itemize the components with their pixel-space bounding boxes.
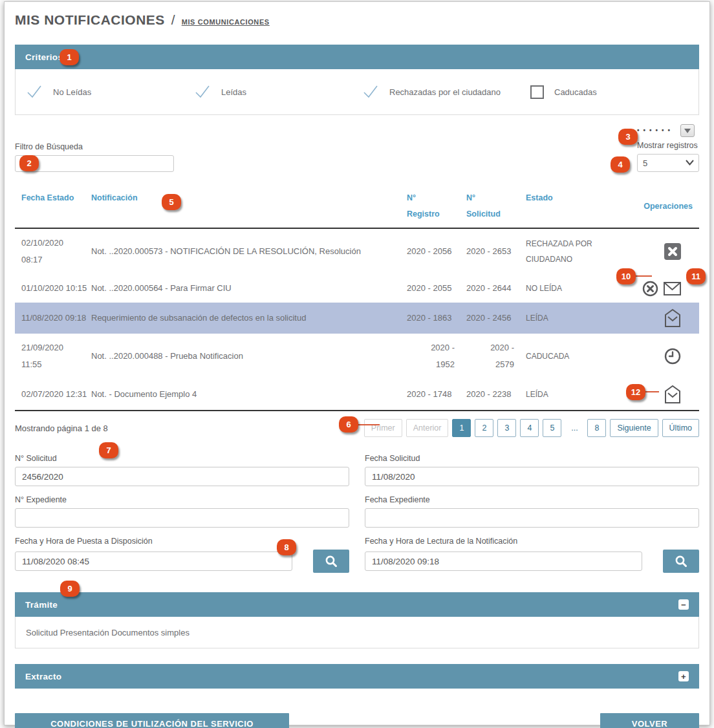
cell-estado: RECHAZADA POR CIUDADANO: [526, 236, 628, 267]
n-solicitud-label: N° Solicitud: [15, 454, 349, 463]
cell-estado: CADUCADA: [526, 348, 628, 364]
detail-form: N° Solicitud N° Expediente Fecha y Hora …: [15, 454, 699, 582]
tramite-value: Solicitud Presentación Documentos simple…: [26, 628, 189, 637]
mis-comunicaciones-link[interactable]: MIS COMUNICACIONES: [182, 18, 270, 26]
pagination-page-5[interactable]: 5: [543, 419, 561, 437]
fecha-solicitud-field[interactable]: [365, 467, 699, 486]
pagination-first-button[interactable]: Primer: [364, 419, 402, 437]
show-records-label: Mostrar registros: [637, 141, 698, 150]
search-disposicion-button[interactable]: [313, 550, 349, 573]
n-solicitud-field[interactable]: [15, 467, 349, 486]
filter-option-rechazadas[interactable]: Rechazadas por el ciudadano: [362, 84, 530, 100]
pagination-next-button[interactable]: Siguiente: [610, 419, 658, 437]
cell-registro: 2020 - 2055: [407, 280, 466, 297]
pagination-prev-button[interactable]: Anterior: [406, 419, 449, 437]
caret-down-icon[interactable]: [680, 124, 695, 137]
cell-notificacion: Not. - Documento Ejemplo 4: [91, 386, 407, 403]
collapse-minus-icon[interactable]: −: [678, 599, 689, 610]
tramite-header[interactable]: Trámite −: [15, 592, 699, 617]
cell-notificacion: Not. ..2020.000564 - Para Firmar CIU: [91, 280, 407, 297]
option-label: Leídas: [221, 87, 246, 97]
pagination-ellipsis: ...: [565, 419, 583, 437]
cell-registro: 2020 - 1952: [407, 339, 466, 373]
fecha-solicitud-label: Fecha Solicitud: [365, 454, 699, 463]
pagination-page-8[interactable]: 8: [587, 419, 606, 437]
n-expediente-field[interactable]: [15, 508, 349, 528]
filter-option-leidas[interactable]: Leídas: [194, 84, 362, 100]
callout-badge-10: 10: [616, 268, 636, 284]
cell-solicitud: 2020 - 2579: [466, 339, 526, 373]
criterios-title: Criterios: [25, 52, 63, 62]
pagination-page-4[interactable]: 4: [520, 419, 539, 437]
fecha-expediente-label: Fecha Expediente: [365, 495, 699, 504]
cell-solicitud: 2020 - 2653: [466, 243, 526, 260]
callout-line: [645, 391, 659, 392]
cell-fecha: 21/09/2020 11:55: [21, 339, 91, 373]
table-row[interactable]: 01/10/2020 10:15 Not. ..2020.000564 - Pa…: [15, 274, 699, 303]
filter-option-no-leidas[interactable]: No Leídas: [26, 84, 194, 100]
fecha-expediente-field[interactable]: [365, 508, 699, 528]
callout-badge-5: 5: [162, 194, 181, 210]
callout-badge-8: 8: [277, 539, 296, 555]
pagination-page-1[interactable]: 1: [452, 419, 471, 437]
conditions-button[interactable]: CONDICIONES DE UTILIZACIÓN DEL SERVICIO: [15, 713, 289, 728]
records-per-page-select[interactable]: 5: [637, 154, 699, 172]
pagination-page-3[interactable]: 3: [497, 419, 516, 437]
cell-solicitud: 2020 - 2456: [466, 310, 526, 327]
cell-notificacion: Not. ..2020.000573 - NOTIFICACIÓN DE LA …: [91, 243, 407, 260]
pagination-page-2[interactable]: 2: [475, 419, 493, 437]
reject-circle-x-icon[interactable]: [642, 281, 658, 297]
criterios-options: No Leídas Leídas Rechazadas por el ciuda…: [15, 69, 699, 115]
open-envelope-icon[interactable]: [664, 385, 681, 404]
check-icon: [26, 84, 43, 100]
table-row[interactable]: 02/10/2020 08:17 Not. ..2020.000573 - NO…: [15, 229, 699, 274]
cell-fecha: 01/10/2020 10:15: [21, 280, 91, 297]
callout-badge-12: 12: [626, 384, 645, 400]
volver-button[interactable]: VOLVER: [600, 713, 699, 728]
option-label: Rechazadas por el ciudadano: [389, 87, 501, 97]
callout-badge-4: 4: [611, 156, 630, 173]
callout-badge-7: 7: [99, 442, 118, 458]
fecha-puesta-disposicion-field[interactable]: [15, 551, 292, 571]
notifications-page: MIS NOTIFICACIONES / MIS COMUNICACIONES …: [0, 0, 714, 728]
callout-badge-2: 2: [19, 155, 39, 171]
callout-badge-1: 1: [60, 49, 79, 65]
search-lectura-button[interactable]: [663, 550, 699, 573]
clock-icon[interactable]: [664, 348, 681, 365]
n-expediente-label: N° Expediente: [15, 495, 349, 504]
criterios-header: Criterios: [15, 45, 699, 69]
cell-fecha: 02/07/2020 12:31: [21, 386, 91, 403]
bottom-actions: CONDICIONES DE UTILIZACIÓN DEL SERVICIO …: [15, 713, 699, 728]
tramite-content: Solicitud Presentación Documentos simple…: [15, 617, 699, 648]
callout-badge-6: 6: [339, 416, 358, 433]
extracto-header[interactable]: Extracto +: [15, 664, 699, 689]
closed-envelope-icon[interactable]: [664, 282, 681, 295]
cell-registro: 2020 - 2056: [407, 243, 466, 260]
callout-badge-3: 3: [618, 129, 638, 145]
title-separator: /: [171, 12, 175, 28]
pagination-last-button[interactable]: Último: [662, 419, 699, 437]
fecha-lectura-field[interactable]: [365, 551, 642, 571]
cell-notificacion: Not. ..2020.000488 - Prueba Notificacion: [91, 348, 407, 365]
pagination-summary: Mostrando página 1 de 8: [15, 423, 108, 433]
cell-fecha: 11/08/2020 09:18: [21, 310, 91, 327]
checkbox-empty[interactable]: [530, 85, 544, 99]
cell-estado: LEÍDA: [526, 387, 628, 402]
cell-fecha: 02/10/2020 08:17: [21, 235, 91, 268]
cell-solicitud: 2020 - 2644: [466, 280, 526, 297]
table-row-selected[interactable]: 11/08/2020 09:18 Requerimiento de subsan…: [15, 303, 699, 334]
check-icon: [194, 84, 211, 100]
magnifier-icon: [325, 555, 338, 568]
magnifier-icon: [675, 555, 687, 568]
open-envelope-icon[interactable]: [664, 308, 681, 328]
rejected-square-x-icon[interactable]: [664, 243, 681, 260]
extracto-title: Extracto: [25, 672, 61, 681]
cell-estado: LEÍDA: [526, 310, 628, 326]
table-row[interactable]: 02/07/2020 12:31 Not. - Documento Ejempl…: [15, 379, 699, 410]
callout-line: [358, 424, 380, 425]
col-notificacion: Notificación: [91, 190, 407, 222]
callout-badge-9: 9: [60, 581, 80, 597]
expand-plus-icon[interactable]: +: [678, 671, 689, 681]
table-row[interactable]: 21/09/2020 11:55 Not. ..2020.000488 - Pr…: [15, 334, 699, 379]
filter-option-caducadas[interactable]: Caducadas: [530, 85, 698, 99]
